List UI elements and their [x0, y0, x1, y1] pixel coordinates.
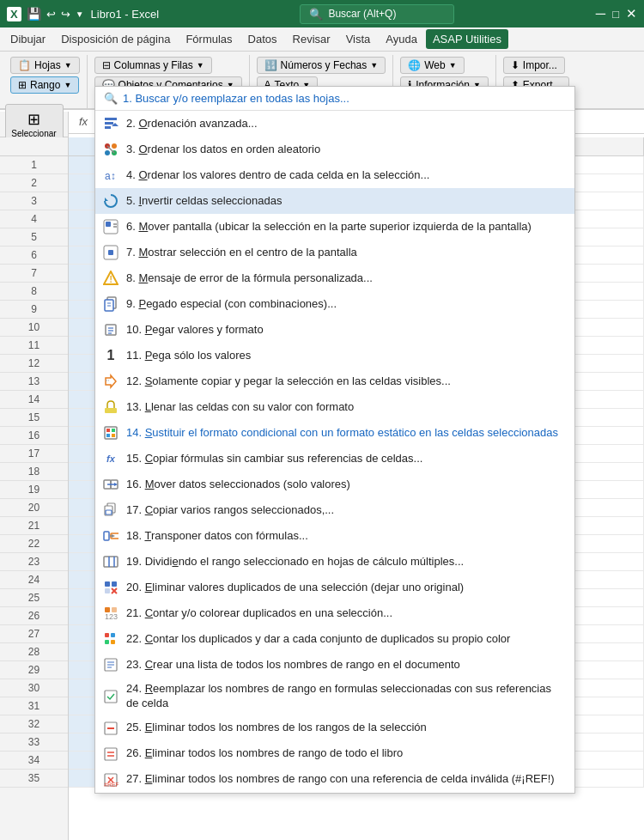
menu-item-datos[interactable]: Datos: [241, 29, 284, 49]
svg-rect-31: [106, 434, 110, 437]
menu-item-revisar[interactable]: Revisar: [286, 29, 337, 49]
menu-item-13[interactable]: 13. Llenar las celdas con su valor con f…: [95, 394, 574, 420]
menu-item-11[interactable]: 1 11. Pega sólo los valores: [95, 343, 574, 368]
row-num-19: 19: [0, 481, 68, 499]
menu-item-vista[interactable]: Vista: [339, 29, 378, 49]
menu-item-ayuda[interactable]: Ayuda: [379, 29, 424, 49]
item21-text: 21. Contar y/o colorear duplicados en un…: [126, 606, 566, 621]
item21-icon: 123: [102, 605, 119, 622]
ribbon-btn-rango[interactable]: ⊞ Rango ▼: [10, 76, 79, 94]
columnas-arrow-icon: ▼: [197, 61, 204, 70]
row-num-12: 12: [0, 355, 68, 373]
ribbon-btn-web[interactable]: 🌐 Web ▼: [400, 57, 464, 74]
menu-item-26[interactable]: 26. Eliminar todos los nombres de rango …: [95, 741, 574, 767]
menu-item-4[interactable]: a↕ 4. Ordenar los valores dentro de cada…: [95, 162, 574, 188]
row-num-27: 27: [0, 625, 68, 643]
dropdown-search-link[interactable]: 1. Buscar y/o reemplazar en todas las ho…: [123, 92, 349, 105]
menu-item-20[interactable]: 20. Eliminar valores duplicados de una s…: [95, 575, 574, 600]
menu-item-18[interactable]: 18. Transponer datos con fórmulas...: [95, 523, 574, 549]
svg-rect-48: [105, 588, 110, 593]
menu-item-16[interactable]: 16. Mover datos seleccionados (solo valo…: [95, 472, 574, 497]
item23-icon: [102, 656, 119, 673]
item22-text: 22. Contar los duplicados y dar a cada c…: [126, 632, 566, 647]
web-icon: 🌐: [408, 59, 421, 71]
maximize-btn[interactable]: □: [612, 8, 619, 21]
row-num-30: 30: [0, 679, 68, 697]
menu-item-21[interactable]: 123 21. Contar y/o colorear duplicados e…: [95, 600, 574, 626]
svg-marker-9: [105, 198, 108, 201]
row-num-17: 17: [0, 445, 68, 463]
search-box[interactable]: 🔍 Buscar (Alt+Q): [300, 4, 454, 24]
menu-item-2[interactable]: 2. Ordenación avanzada...: [95, 111, 574, 137]
menu-item-25[interactable]: 25. Eliminar todos los nombres de los ra…: [95, 715, 574, 741]
quick-access-undo-icon[interactable]: ↩: [46, 8, 56, 21]
menu-item-22[interactable]: 22. Contar los duplicados y dar a cada c…: [95, 626, 574, 652]
item19-icon: [102, 553, 119, 570]
numeros-label: Números y Fechas: [281, 59, 368, 71]
menu-item-disposicion[interactable]: Disposición de página: [54, 29, 177, 49]
row-num-20: 20: [0, 499, 68, 517]
row-num-33: 33: [0, 733, 68, 752]
menu-item-12[interactable]: 12. Solamente copiar y pegar la selecció…: [95, 368, 574, 394]
svg-rect-27: [105, 408, 117, 413]
item4-text: 4. Ordenar los valores dentro de cada ce…: [126, 168, 566, 183]
item14-text: 14. Sustituir el formato condicional con…: [126, 426, 566, 441]
item22-icon: [102, 630, 119, 648]
item10-text: 10. Pegar valores y formato: [126, 323, 566, 338]
row-num-6: 6: [0, 247, 68, 265]
quick-access-dropdown-icon[interactable]: ▼: [76, 9, 84, 19]
item14-icon: [102, 424, 119, 441]
item20-icon: [102, 579, 119, 596]
row-numbers: for(let i=1;i<=35;i++){ document.write('…: [0, 156, 69, 840]
menu-item-24[interactable]: 24. Reemplazar los nombres de rango en f…: [95, 678, 574, 715]
svg-rect-32: [112, 434, 115, 437]
menu-bar: Dibujar Disposición de página Fórmulas D…: [0, 27, 644, 52]
menu-item-15[interactable]: fx 15. Copiar fórmulas sin cambiar sus r…: [95, 446, 574, 472]
row-num-29: 29: [0, 661, 68, 679]
ribbon-btn-import[interactable]: ⬇ Impor...: [503, 57, 565, 74]
item8-icon: !: [102, 270, 119, 287]
row-num-9: 9: [0, 301, 68, 319]
ribbon-btn-numeros[interactable]: 🔢 Números y Fechas ▼: [257, 57, 386, 74]
row-num-5: 5: [0, 228, 68, 247]
row-num-31: 31: [0, 697, 68, 715]
menu-item-14[interactable]: 14. Sustituir el formato condicional con…: [95, 420, 574, 446]
row-num-35: 35: [0, 770, 68, 788]
menu-item-17[interactable]: 17. Copiar varios rangos seleccionados,.…: [95, 497, 574, 523]
excel-logo-icon: X: [7, 7, 21, 21]
svg-text:!: !: [110, 275, 112, 284]
minimize-btn[interactable]: ─: [596, 6, 605, 21]
item13-icon: [102, 399, 119, 416]
import-label: Impor...: [523, 59, 557, 71]
fx-label: fx: [79, 115, 88, 128]
dropdown-search-row[interactable]: 🔍 1. Buscar y/o reemplazar en todas las …: [95, 87, 574, 111]
svg-rect-40: [104, 532, 109, 540]
item3-text: 3. Ordenar los datos en orden aleatorio: [126, 143, 566, 157]
menu-item-19[interactable]: 19. Dividiendo el rango seleccionado en …: [95, 549, 574, 575]
item8-text: 8. Mensaje de error de la fórmula person…: [126, 271, 566, 286]
menu-item-8[interactable]: ! 8. Mensaje de error de la fórmula pers…: [95, 265, 574, 291]
quick-access-redo-icon[interactable]: ↪: [61, 8, 70, 21]
menu-item-asap[interactable]: ASAP Utilities: [426, 29, 508, 49]
svg-marker-42: [112, 534, 115, 538]
menu-item-27[interactable]: #REF 27. Eliminar todos los nombres de r…: [95, 767, 574, 793]
menu-item-5[interactable]: 5. Invertir celdas seleccionadas: [95, 188, 574, 214]
menu-item-10[interactable]: 10. Pegar valores y formato: [95, 317, 574, 343]
menu-item-7[interactable]: 7. Mostrar selección en el centro de la …: [95, 240, 574, 265]
import-icon: ⬇: [511, 59, 519, 71]
svg-point-7: [105, 150, 110, 155]
svg-rect-46: [105, 581, 110, 587]
menu-item-formulas[interactable]: Fórmulas: [179, 29, 239, 49]
menu-item-3[interactable]: 3. Ordenar los datos en orden aleatorio: [95, 137, 574, 162]
ribbon-btn-columnas[interactable]: ⊟ Columnas y Filas ▼: [94, 57, 212, 74]
menu-item-dibujar[interactable]: Dibujar: [3, 29, 52, 49]
ribbon-btn-hojas[interactable]: 📋 Hojas ▼: [10, 57, 80, 74]
close-btn[interactable]: ✕: [626, 6, 637, 21]
quick-access-save-icon[interactable]: 💾: [27, 7, 41, 21]
menu-item-6[interactable]: 6. Mover pantalla (ubicar la selección e…: [95, 214, 574, 240]
item25-icon: [102, 720, 119, 737]
menu-item-23[interactable]: 23. Crear una lista de todos los nombres…: [95, 652, 574, 678]
row-num-26: 26: [0, 607, 68, 625]
menu-item-9[interactable]: 9. Pegado especial (con combinaciones)..…: [95, 291, 574, 317]
seleccionar-panel: ⊞ Seleccionar: [0, 112, 69, 137]
